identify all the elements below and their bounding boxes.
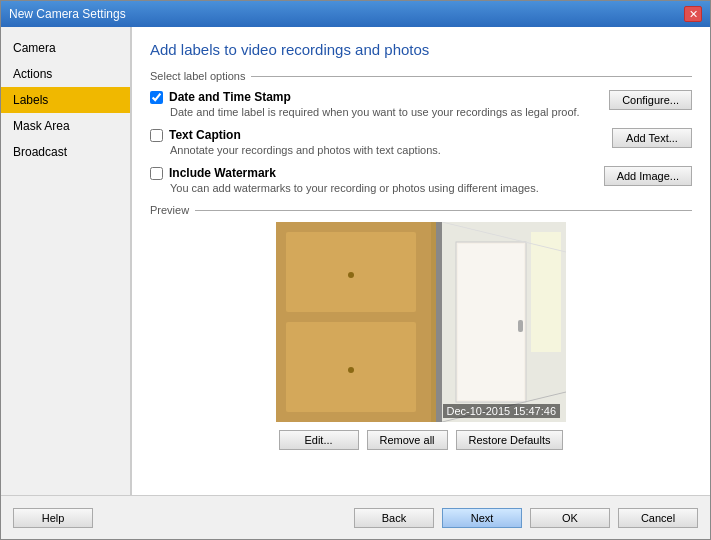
svg-rect-11 xyxy=(518,320,523,332)
bottom-right-buttons: Back Next OK Cancel xyxy=(354,508,698,528)
sidebar-actions-label: Actions xyxy=(13,67,52,81)
option-label-text-caption: Text Caption xyxy=(150,128,602,142)
svg-rect-6 xyxy=(348,367,354,373)
sidebar: Camera Actions Labels Mask Area Broadcas… xyxy=(1,27,131,495)
option-row-text-caption: Text Caption Annotate your recordings an… xyxy=(150,128,692,156)
restore-defaults-button[interactable]: Restore Defaults xyxy=(456,430,564,450)
option-label-date-time: Date and Time Stamp xyxy=(150,90,599,104)
sidebar-item-actions[interactable]: Actions xyxy=(1,61,130,87)
sidebar-item-labels[interactable]: Labels xyxy=(1,87,130,113)
configure-button[interactable]: Configure... xyxy=(609,90,692,110)
option-left-date-time: Date and Time Stamp Date and time label … xyxy=(150,90,599,118)
next-button[interactable]: Next xyxy=(442,508,522,528)
option-text-watermark: Include Watermark xyxy=(169,166,276,180)
sidebar-camera-label: Camera xyxy=(13,41,56,55)
ok-button[interactable]: OK xyxy=(530,508,610,528)
preview-svg xyxy=(276,222,566,422)
checkbox-watermark[interactable] xyxy=(150,167,163,180)
checkbox-text-caption[interactable] xyxy=(150,129,163,142)
option-desc-date-time: Date and time label is required when you… xyxy=(170,106,599,118)
option-row-watermark: Include Watermark You can add watermarks… xyxy=(150,166,692,194)
sidebar-mask-label: Mask Area xyxy=(13,119,70,133)
main-content: Camera Actions Labels Mask Area Broadcas… xyxy=(1,27,710,495)
add-text-button[interactable]: Add Text... xyxy=(612,128,692,148)
option-desc-text-caption: Annotate your recordings and photos with… xyxy=(170,144,602,156)
option-row-date-time: Date and Time Stamp Date and time label … xyxy=(150,90,692,118)
sidebar-item-mask-area[interactable]: Mask Area xyxy=(1,113,130,139)
option-desc-watermark: You can add watermarks to your recording… xyxy=(170,182,594,194)
checkbox-date-time[interactable] xyxy=(150,91,163,104)
back-button[interactable]: Back xyxy=(354,508,434,528)
close-button[interactable]: ✕ xyxy=(684,6,702,22)
sidebar-labels-label: Labels xyxy=(13,93,48,107)
preview-section: Preview xyxy=(150,204,692,450)
preview-header: Preview xyxy=(150,204,692,216)
svg-rect-7 xyxy=(436,222,442,422)
option-label-watermark: Include Watermark xyxy=(150,166,594,180)
sidebar-item-broadcast[interactable]: Broadcast xyxy=(1,139,130,165)
preview-buttons: Edit... Remove all Restore Defaults xyxy=(150,430,692,450)
preview-timestamp: Dec-10-2015 15:47:46 xyxy=(443,404,560,418)
option-button-add-text: Add Text... xyxy=(612,128,692,148)
option-left-watermark: Include Watermark You can add watermarks… xyxy=(150,166,594,194)
option-text-text-caption: Text Caption xyxy=(169,128,241,142)
cancel-button[interactable]: Cancel xyxy=(618,508,698,528)
main-window: New Camera Settings ✕ Camera Actions Lab… xyxy=(0,0,711,540)
option-button-add-image: Add Image... xyxy=(604,166,692,186)
remove-all-button[interactable]: Remove all xyxy=(367,430,448,450)
window-title: New Camera Settings xyxy=(9,7,126,21)
svg-rect-5 xyxy=(348,272,354,278)
content-title: Add labels to video recordings and photo… xyxy=(150,41,692,58)
svg-rect-10 xyxy=(458,244,524,400)
bottom-bar: Help Back Next OK Cancel xyxy=(1,495,710,539)
option-left-text-caption: Text Caption Annotate your recordings an… xyxy=(150,128,602,156)
content-area: Add labels to video recordings and photo… xyxy=(131,27,710,495)
edit-button[interactable]: Edit... xyxy=(279,430,359,450)
add-image-button[interactable]: Add Image... xyxy=(604,166,692,186)
sidebar-item-camera[interactable]: Camera xyxy=(1,35,130,61)
option-text-date-time: Date and Time Stamp xyxy=(169,90,291,104)
option-button-configure: Configure... xyxy=(609,90,692,110)
preview-image: Dec-10-2015 15:47:46 xyxy=(276,222,566,422)
title-bar: New Camera Settings ✕ xyxy=(1,1,710,27)
help-button[interactable]: Help xyxy=(13,508,93,528)
preview-image-container: Dec-10-2015 15:47:46 xyxy=(150,222,692,422)
sidebar-broadcast-label: Broadcast xyxy=(13,145,67,159)
select-label-options-header: Select label options xyxy=(150,70,692,82)
